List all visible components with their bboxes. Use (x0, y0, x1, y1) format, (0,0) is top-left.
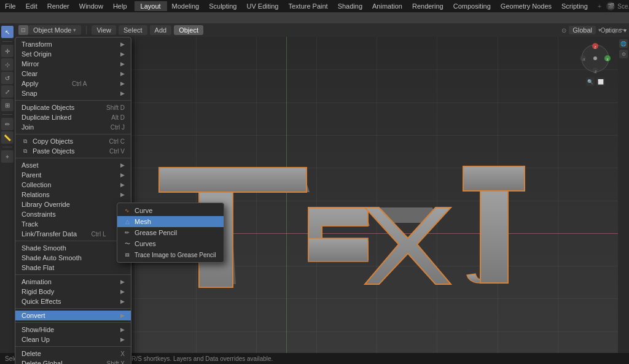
select-tool-btn[interactable]: ↖ (1, 26, 14, 38)
menu-show-hide[interactable]: Show/Hide ▶ (15, 325, 131, 335)
convert-mesh[interactable]: △ Mesh (117, 216, 224, 227)
menu-constraints[interactable]: Constraints ▶ (15, 209, 131, 219)
menu-quick-effects[interactable]: Quick Effects ▶ (15, 296, 131, 306)
convert-grease-pencil[interactable]: ✏ Grease Pencil (117, 227, 224, 238)
zoom-btn[interactable]: 🔍 (586, 77, 595, 86)
scene-label: Sce... (617, 3, 629, 10)
tab-add[interactable]: + (593, 1, 606, 11)
menu-shade-flat[interactable]: Shade Flat (15, 263, 131, 273)
tab-scripting[interactable]: Scripting (557, 1, 593, 11)
paste-icon: ⧉ (21, 147, 29, 155)
menu-delete-global[interactable]: Delete Global Shift X (15, 358, 131, 364)
menu-link-transfer[interactable]: Link/Transfer Data Ctrl L ▶ (15, 229, 131, 239)
menu-paste-objects[interactable]: ⧉ Paste Objects Ctrl V (15, 146, 131, 156)
parent-arrow: ▶ (120, 172, 125, 178)
convert-trace-image[interactable]: 🖼 Trace Image to Grease Pencil (117, 249, 224, 260)
outliner-btn[interactable]: 🌐 (619, 39, 628, 48)
mode-icon: ⊡ (18, 25, 28, 35)
menu-window[interactable]: Window (74, 1, 108, 11)
menu-duplicate-linked[interactable]: Duplicate Linked Alt D (15, 112, 131, 122)
menu-mirror[interactable]: Mirror ▶ (15, 59, 131, 69)
constraints-label: Constraints (21, 211, 56, 218)
menu-shade-smooth[interactable]: Shade Smooth (15, 243, 131, 253)
menu-set-origin[interactable]: Set Origin ▶ (15, 49, 131, 59)
menu-section-convert: Convert ▶ (15, 309, 131, 323)
menu-parent[interactable]: Parent ▶ (15, 170, 131, 180)
cursor-tool-btn[interactable]: ✛ (1, 45, 14, 57)
annotate-btn[interactable]: ✏ (1, 118, 14, 130)
menu-library-override[interactable]: Library Override ▶ (15, 199, 131, 209)
menu-apply[interactable]: Apply Ctrl A ▶ (15, 79, 131, 88)
menu-track[interactable]: Track ▶ (15, 219, 131, 229)
tab-geometry-nodes[interactable]: Geometry Nodes (496, 1, 557, 11)
nav-gizmo[interactable]: Z X -X -Z (579, 42, 612, 75)
menu-file[interactable]: File (0, 1, 21, 11)
e-bottom (308, 238, 368, 261)
apply-shortcut: Ctrl A (72, 80, 87, 87)
menu-snap[interactable]: Snap ▶ (15, 88, 131, 98)
scale-tool-btn[interactable]: ⤢ (1, 85, 14, 98)
left-toolbar-sep-1 (2, 41, 12, 42)
menu-clear[interactable]: Clear ▶ (15, 69, 131, 79)
menu-render[interactable]: Render (42, 1, 74, 11)
menu-asset[interactable]: Asset ▶ (15, 160, 131, 170)
menu-help[interactable]: Help (108, 1, 132, 11)
object-mode-btn[interactable]: Object Mode ▾ (28, 25, 81, 35)
tab-modeling[interactable]: Modeling (167, 1, 205, 11)
tab-animation[interactable]: Animation (367, 1, 407, 11)
curve-icon: ∿ (123, 207, 131, 214)
clean-up-arrow: ▶ (120, 336, 125, 343)
right-panel: 🌐 ⚙ (618, 37, 629, 364)
properties-btn[interactable]: ⚙ (619, 50, 628, 58)
svg-text:-Z: -Z (594, 70, 597, 74)
add-obj-btn[interactable]: + (1, 150, 14, 163)
link-transfer-shortcut: Ctrl L (92, 231, 106, 238)
delete-shortcut: X (120, 350, 125, 357)
menu-duplicate-objects[interactable]: Duplicate Objects Shift D (15, 103, 131, 112)
menu-section-transform: Transform ▶ Set Origin ▶ Mirror ▶ Clear … (15, 37, 131, 101)
menu-clean-up[interactable]: Clean Up ▶ (15, 335, 131, 344)
menu-collection[interactable]: Collection ▶ (15, 180, 131, 190)
menu-copy-objects[interactable]: ⧉ Copy Objects Ctrl C (15, 136, 131, 146)
menu-animation[interactable]: Animation ▶ (15, 277, 131, 287)
object-menu-btn[interactable]: Object (174, 25, 203, 35)
animation-arrow: ▶ (120, 279, 125, 285)
measure-btn[interactable]: 📏 (1, 131, 14, 144)
menu-shade-auto-smooth[interactable]: Shade Auto Smooth (15, 253, 131, 263)
rotate-tool-btn[interactable]: ↺ (1, 72, 14, 84)
asset-label: Asset (21, 161, 39, 169)
menu-convert[interactable]: Convert ▶ (15, 311, 131, 320)
global-dropdown[interactable]: Global (569, 26, 596, 34)
transform-pivot[interactable]: ⊙ Global ▾ (561, 26, 601, 34)
convert-curves[interactable]: 〜 Curves (117, 238, 224, 249)
menu-join[interactable]: Join Ctrl J (15, 122, 131, 132)
move-tool-btn[interactable]: ⊹ (1, 58, 14, 71)
rigid-body-arrow: ▶ (120, 288, 125, 295)
tab-texture-paint[interactable]: Texture Paint (283, 1, 332, 11)
convert-submenu: ∿ Curve △ Mesh ✏ Grease Pencil 〜 Curves … (117, 203, 224, 263)
t2-stem (480, 191, 508, 283)
tab-layout[interactable]: Layout (135, 1, 167, 11)
menu-section-copypaste: ⧉ Copy Objects Ctrl C ⧉ Paste Objects Ct… (15, 134, 131, 158)
clear-label: Clear (21, 70, 37, 77)
menu-rigid-body[interactable]: Rigid Body ▶ (15, 287, 131, 296)
clear-arrow: ▶ (120, 71, 125, 77)
select-menu-btn[interactable]: Select (119, 25, 147, 35)
tab-shading[interactable]: Shading (333, 1, 367, 11)
convert-curve[interactable]: ∿ Curve (117, 205, 224, 216)
tab-rendering[interactable]: Rendering (407, 1, 448, 11)
menu-relations[interactable]: Relations ▶ (15, 190, 131, 199)
tab-sculpting[interactable]: Sculpting (204, 1, 241, 11)
tab-uv-editing[interactable]: UV Editing (241, 1, 283, 11)
display-btn[interactable]: ⬜ (596, 77, 605, 86)
animation-label: Animation (21, 278, 52, 285)
menu-transform[interactable]: Transform ▶ (15, 39, 131, 49)
add-menu-btn[interactable]: Add (150, 25, 172, 35)
view-menu-btn[interactable]: View (92, 25, 116, 35)
menu-edit[interactable]: Edit (21, 1, 42, 11)
menu-delete[interactable]: Delete X (15, 349, 131, 358)
options-dropdown[interactable]: Options ▾ (601, 27, 627, 34)
mode-selector[interactable]: ⊡ Object Mode ▾ (18, 25, 81, 35)
transform-tool-btn[interactable]: ⊞ (1, 99, 14, 111)
tab-compositing[interactable]: Compositing (448, 1, 496, 11)
